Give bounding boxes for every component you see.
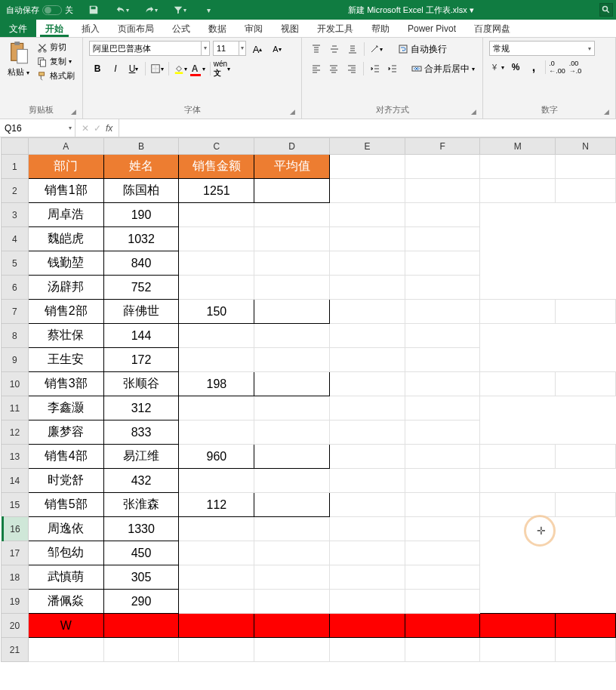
cell-B4[interactable]: 魏皑虎	[28, 227, 103, 251]
cell-F2[interactable]	[405, 179, 480, 203]
cell-E7[interactable]	[330, 300, 405, 324]
col-header-F[interactable]: F	[405, 138, 480, 155]
cell-A2[interactable]: 销售1部	[28, 179, 103, 203]
cell-D2[interactable]	[254, 179, 330, 203]
cell-M20[interactable]	[480, 614, 556, 638]
cell-B17[interactable]: 邹包幼	[28, 541, 103, 565]
tab-data[interactable]: 数据	[199, 20, 236, 37]
cell-B19[interactable]: 潘佩焱	[28, 590, 103, 614]
cell-F3[interactable]	[254, 203, 330, 227]
enter-formula-icon[interactable]: ✓	[94, 123, 101, 134]
cell-A20[interactable]: W	[28, 614, 103, 638]
cell-M4[interactable]	[330, 227, 405, 251]
cell-C17[interactable]: 450	[103, 541, 179, 565]
cell-N7[interactable]	[556, 300, 616, 324]
cell-E8[interactable]	[179, 324, 254, 348]
align-bottom-icon[interactable]	[344, 41, 361, 57]
autosave-toggle[interactable]: 自动保存 关	[0, 5, 79, 16]
cell-B16[interactable]: 周逸依	[28, 517, 103, 541]
cut-button[interactable]: 剪切	[35, 41, 76, 54]
cell-M14[interactable]	[330, 469, 405, 493]
cell-E9[interactable]	[179, 348, 254, 372]
cell-F20[interactable]	[405, 614, 480, 638]
cell-M15[interactable]	[480, 493, 556, 517]
cell-F13[interactable]	[405, 445, 480, 469]
row-header-21[interactable]: 21	[2, 638, 29, 662]
tab-view[interactable]: 视图	[272, 20, 308, 37]
cell-C7[interactable]: 150	[179, 300, 254, 324]
clipboard-launcher-icon[interactable]: ◢	[71, 108, 76, 116]
cell-D20[interactable]	[254, 614, 330, 638]
comma-format-icon[interactable]: ,	[525, 59, 542, 75]
cell-M3[interactable]	[330, 203, 405, 227]
increase-font-icon[interactable]: A▴	[249, 41, 266, 57]
decrease-decimal-icon[interactable]: .00→.0	[567, 59, 584, 75]
font-size-combo[interactable]: ▾	[213, 41, 246, 56]
cell-F15[interactable]	[405, 493, 480, 517]
cell-N5[interactable]	[405, 251, 480, 276]
cell-F7[interactable]	[405, 300, 480, 324]
cell-F21[interactable]	[405, 638, 480, 662]
cell-F11[interactable]	[254, 396, 330, 420]
font-name-input[interactable]	[90, 44, 201, 53]
cell-C21[interactable]	[179, 638, 254, 662]
undo-icon[interactable]: ▾	[114, 2, 131, 18]
cell-F8[interactable]	[254, 324, 330, 348]
cell-E13[interactable]	[330, 445, 405, 469]
col-header-E[interactable]: E	[330, 138, 405, 155]
number-format-combo[interactable]: 常规▾	[489, 41, 595, 56]
cell-M16[interactable]	[330, 517, 405, 541]
row-header-4[interactable]: 4	[2, 227, 29, 251]
align-right-icon[interactable]	[343, 60, 360, 77]
cell-N20[interactable]	[556, 614, 616, 638]
cell-C8[interactable]: 144	[103, 324, 179, 348]
cell-N13[interactable]	[556, 445, 616, 469]
cell-N10[interactable]	[556, 372, 616, 396]
underline-button[interactable]: U▾	[125, 60, 142, 77]
copy-button[interactable]: 复制 ▾	[35, 55, 76, 68]
row-header-17[interactable]: 17	[2, 541, 29, 565]
cell-B2[interactable]: 陈国柏	[103, 179, 179, 203]
cell-C10[interactable]: 198	[179, 372, 254, 396]
cell-N4[interactable]	[405, 227, 480, 251]
cell-B12[interactable]: 廉梦容	[28, 420, 103, 445]
row-header-2[interactable]: 2	[2, 179, 29, 203]
cell-B8[interactable]: 蔡壮保	[28, 324, 103, 348]
fx-icon[interactable]: fx	[106, 123, 112, 134]
cell-F10[interactable]	[405, 372, 480, 396]
col-header-B[interactable]: B	[103, 138, 179, 155]
cell-E18[interactable]	[179, 565, 254, 590]
font-launcher-icon[interactable]: ◢	[290, 108, 295, 116]
col-header-D[interactable]: D	[254, 138, 330, 155]
cell-A13[interactable]: 销售4部	[28, 445, 103, 469]
cell-N3[interactable]	[405, 203, 480, 227]
row-header-8[interactable]: 8	[2, 324, 29, 348]
header-cell-B[interactable]: 姓名	[103, 155, 179, 179]
formula-input[interactable]	[119, 119, 616, 137]
cell-N9[interactable]	[405, 348, 480, 372]
cell-N14[interactable]	[405, 469, 480, 493]
qat-more-icon[interactable]: ▾	[200, 2, 217, 18]
cell-B18[interactable]: 武慎萌	[28, 565, 103, 590]
cell-N18[interactable]	[405, 565, 480, 590]
cell-E11[interactable]	[179, 396, 254, 420]
tab-layout[interactable]: 页面布局	[109, 20, 163, 37]
row-header-18[interactable]: 18	[2, 565, 29, 590]
tab-home[interactable]: 开始	[36, 20, 72, 37]
search-button[interactable]	[599, 3, 613, 17]
merge-center-button[interactable]: 合并后居中 ▾	[410, 62, 476, 76]
cell-E2[interactable]	[330, 179, 405, 203]
row-header-11[interactable]: 11	[2, 396, 29, 420]
row-header-20[interactable]: 20	[2, 614, 29, 638]
name-box[interactable]: Q16▾	[0, 119, 75, 137]
cell-M18[interactable]	[330, 565, 405, 590]
cell-M9[interactable]	[330, 348, 405, 372]
cell-M2[interactable]	[480, 179, 556, 203]
tab-help[interactable]: 帮助	[362, 20, 399, 37]
spreadsheet-grid[interactable]: ABCDEFMN1部门姓名销售金额平均值2销售1部陈国柏12513周卓浩1904…	[0, 137, 616, 690]
select-all-corner[interactable]	[2, 138, 29, 155]
cell-C5[interactable]: 840	[103, 251, 179, 276]
align-center-icon[interactable]	[326, 60, 343, 77]
row-header-14[interactable]: 14	[2, 469, 29, 493]
cell-D13[interactable]	[254, 445, 330, 469]
